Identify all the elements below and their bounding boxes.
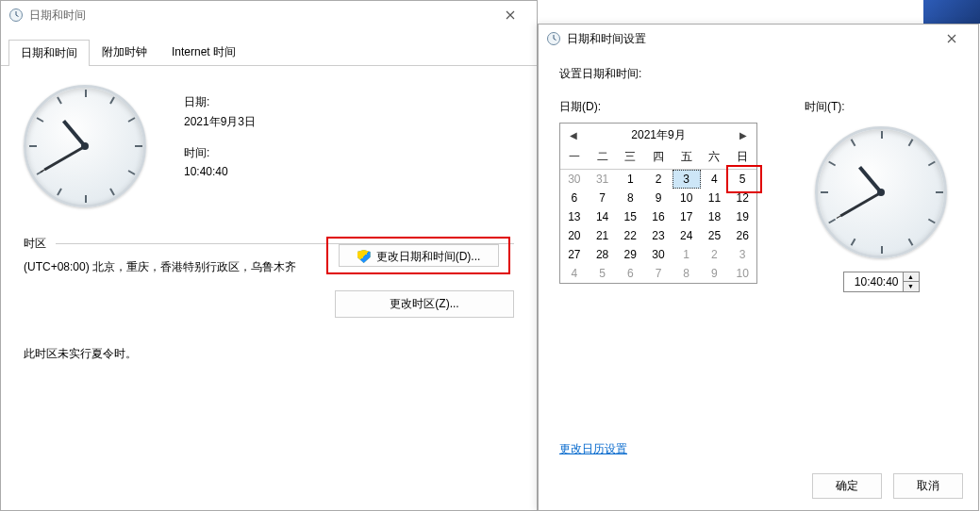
window-title: 日期和时间: [29, 8, 86, 24]
cal-day[interactable]: 11: [701, 189, 729, 207]
analog-clock-left: [24, 85, 146, 207]
clock-icon: [8, 8, 24, 23]
cal-day[interactable]: 13: [560, 207, 589, 226]
close-button-right[interactable]: [933, 25, 971, 52]
calendar: ◀ 2021年9月 ▶ 一二三四五六日303112345678910111213…: [559, 123, 757, 284]
cal-day[interactable]: 10: [673, 189, 701, 207]
cal-day[interactable]: 16: [644, 207, 673, 226]
cal-day[interactable]: 9: [701, 264, 729, 283]
cal-dow: 四: [644, 147, 673, 170]
desktop-background-strip: [923, 0, 980, 24]
time-spin-up[interactable]: ▲: [904, 272, 919, 282]
date-value: 2021年9月3日: [184, 114, 256, 130]
tab-additional-clocks[interactable]: 附加时钟: [90, 39, 159, 65]
cal-day[interactable]: 10: [728, 264, 756, 283]
cal-day[interactable]: 8: [616, 189, 644, 207]
cal-prev-month[interactable]: ◀: [566, 130, 581, 140]
titlebar-right: 日期和时间设置: [539, 25, 978, 53]
dst-note: 此时区未实行夏令时。: [24, 346, 514, 362]
cal-dow: 六: [701, 147, 729, 170]
cal-day[interactable]: 18: [701, 207, 729, 226]
tabs: 日期和时间 附加时钟 Internet 时间: [1, 29, 537, 66]
cal-day[interactable]: 15: [616, 207, 644, 226]
change-timezone-button[interactable]: 更改时区(Z)...: [335, 290, 514, 318]
tab-internet-time[interactable]: Internet 时间: [159, 39, 248, 65]
time-spin-down[interactable]: ▼: [904, 282, 919, 291]
date-label: 日期:: [184, 94, 256, 110]
cal-day[interactable]: 28: [589, 245, 617, 264]
cal-dow: 二: [589, 147, 617, 170]
timezone-heading: 时区: [24, 236, 46, 252]
cal-day[interactable]: 29: [616, 245, 644, 264]
date-picker-label: 日期(D):: [559, 99, 757, 115]
cal-day[interactable]: 3: [673, 170, 701, 189]
cal-day[interactable]: 22: [616, 226, 644, 245]
cal-day[interactable]: 6: [616, 264, 644, 283]
cal-day[interactable]: 25: [701, 226, 729, 245]
change-calendar-settings-link[interactable]: 更改日历设置: [559, 442, 627, 455]
date-time-settings-dialog: 日期和时间设置 设置日期和时间: 日期(D): ◀ 2021年9月 ▶ 一二三四…: [538, 24, 979, 511]
cal-day[interactable]: 2: [701, 245, 729, 264]
clock-icon: [546, 31, 561, 46]
change-date-time-button[interactable]: 更改日期和时间(D)...: [339, 244, 499, 267]
titlebar-left: 日期和时间: [1, 1, 537, 29]
time-picker-label: 时间(T):: [805, 99, 845, 115]
analog-clock-right: [815, 126, 947, 258]
cal-dow: 三: [616, 147, 644, 170]
cal-day[interactable]: 8: [673, 264, 701, 283]
cal-dow: 一: [560, 147, 589, 170]
cal-day[interactable]: 27: [560, 245, 589, 264]
cal-day[interactable]: 5: [589, 264, 617, 283]
cal-day[interactable]: 23: [644, 226, 673, 245]
cal-day[interactable]: 7: [589, 189, 617, 207]
cal-day[interactable]: 17: [673, 207, 701, 226]
dialog-title: 日期和时间设置: [567, 31, 646, 47]
time-label: 时间:: [184, 145, 256, 161]
time-spinner[interactable]: ▲ ▼: [843, 272, 920, 292]
time-value: 10:40:40: [184, 165, 256, 178]
tab-date-time[interactable]: 日期和时间: [8, 40, 90, 66]
dialog-heading: 设置日期和时间:: [559, 66, 957, 82]
date-time-window: 日期和时间 日期和时间 附加时钟 Internet 时间 日期: 2021年9月…: [0, 0, 538, 511]
cal-day[interactable]: 21: [589, 226, 617, 245]
cancel-button[interactable]: 取消: [893, 473, 963, 499]
cal-day[interactable]: 9: [644, 189, 673, 207]
cal-day[interactable]: 19: [728, 207, 756, 226]
cal-day[interactable]: 14: [589, 207, 617, 226]
cal-day[interactable]: 24: [673, 226, 701, 245]
cal-day[interactable]: 6: [560, 189, 589, 207]
cal-day[interactable]: 4: [560, 264, 589, 283]
cal-day[interactable]: 7: [644, 264, 673, 283]
cal-month-title[interactable]: 2021年9月: [631, 127, 685, 143]
cal-dow: 五: [673, 147, 701, 170]
ok-button[interactable]: 确定: [812, 473, 882, 499]
cal-day[interactable]: 1: [673, 245, 701, 264]
cal-day[interactable]: 4: [701, 170, 729, 189]
highlight-box-day5: [726, 165, 762, 193]
cal-day[interactable]: 31: [589, 170, 617, 189]
cal-next-month[interactable]: ▶: [736, 130, 751, 140]
close-button-left[interactable]: [491, 2, 529, 28]
time-input[interactable]: [844, 272, 903, 291]
cal-day[interactable]: 30: [644, 245, 673, 264]
tab-panel: 日期: 2021年9月3日 时间: 10:40:40 时区 (UTC+08:00…: [1, 66, 537, 381]
cal-day[interactable]: 26: [728, 226, 756, 245]
cal-day[interactable]: 3: [728, 245, 756, 264]
cal-day[interactable]: 2: [644, 170, 673, 189]
cal-day[interactable]: 1: [616, 170, 644, 189]
cal-day[interactable]: 20: [560, 226, 589, 245]
cal-day[interactable]: 30: [560, 170, 589, 189]
